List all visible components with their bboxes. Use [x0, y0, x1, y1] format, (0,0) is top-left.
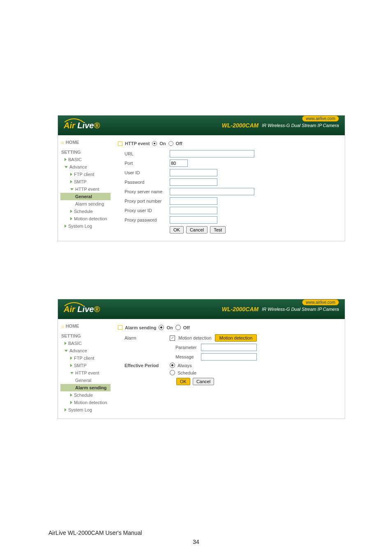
chevron-right-icon	[70, 217, 72, 220]
section-title: Alarm sending On Off	[118, 325, 340, 330]
nav-ftp[interactable]: FTP client	[60, 171, 111, 178]
nav-http-event[interactable]: HTTP event	[60, 369, 111, 377]
nav-syslog[interactable]: System Log	[60, 222, 111, 230]
label-message: Message	[175, 354, 201, 359]
chevron-right-icon	[70, 364, 72, 367]
ok-button[interactable]: OK	[176, 378, 190, 385]
radio-schedule[interactable]	[170, 370, 175, 375]
chevron-right-icon	[65, 158, 67, 161]
label-proxy-password: Proxy password	[125, 217, 170, 222]
radio-off[interactable]	[175, 325, 181, 330]
chevron-down-icon	[70, 372, 74, 374]
label-proxy-user: Proxy user ID	[125, 208, 170, 213]
label-effective-period: Effective Period	[125, 363, 170, 368]
nav-syslog[interactable]: System Log	[60, 406, 111, 414]
label-parameter: Parameter	[175, 345, 201, 350]
nav-home[interactable]: ⌂ HOME	[60, 322, 111, 330]
input-userid[interactable]	[170, 169, 217, 176]
chevron-down-icon	[70, 188, 74, 190]
nav-basic[interactable]: BASIC	[60, 156, 111, 163]
square-icon	[118, 141, 122, 146]
tagline: IR Wireless-G Dual Stream IP Camera	[262, 307, 339, 312]
model-label: WL-2000CAM	[222, 122, 258, 129]
nav-setting-head: SETTING	[60, 148, 111, 156]
input-proxy-user[interactable]	[170, 207, 217, 214]
tagline: IR Wireless-G Dual Stream IP Camera	[262, 123, 339, 128]
input-proxy-port[interactable]	[170, 197, 217, 205]
label-proxy-port: Proxy port number	[125, 199, 170, 204]
nav-advance[interactable]: Advance	[60, 347, 111, 354]
square-icon	[118, 325, 122, 330]
chevron-right-icon	[70, 356, 72, 360]
nav-smtp[interactable]: SMTP	[60, 178, 111, 185]
home-icon: ⌂	[61, 140, 64, 145]
sidebar: ⌂ HOME SETTING BASIC Advance FTP client …	[58, 319, 113, 419]
chevron-right-icon	[65, 224, 67, 228]
nav-setting-head: SETTING	[60, 332, 111, 340]
label-url: URL	[125, 151, 170, 156]
chevron-right-icon	[70, 180, 72, 183]
content-http-event: HTTP event On Off URL Port User ID Passw…	[113, 135, 345, 241]
logo-arc-icon	[64, 117, 84, 123]
chevron-down-icon	[65, 166, 68, 168]
footer-text: AirLive WL-2000CAM User's Manual	[48, 530, 142, 536]
section-title: HTTP event On Off	[118, 141, 340, 146]
chevron-right-icon	[70, 210, 72, 213]
nav-alarm-sending[interactable]: Alarm sending	[60, 200, 111, 208]
chevron-right-icon	[70, 173, 72, 176]
nav-http-event[interactable]: HTTP event	[60, 185, 111, 193]
nav-schedule[interactable]: Schedule	[60, 208, 111, 215]
home-icon: ⌂	[61, 324, 64, 328]
motion-detection-label: Motion detection	[178, 335, 212, 340]
input-proxy-password[interactable]	[170, 216, 217, 224]
url-badge: www.airlive.com	[302, 116, 339, 122]
radio-on[interactable]	[159, 325, 164, 330]
url-badge: www.airlive.com	[302, 299, 339, 305]
page-number: 34	[0, 539, 392, 545]
label-proxy-server: Proxy server name	[125, 189, 170, 194]
chevron-right-icon	[70, 393, 72, 397]
input-proxy-server[interactable]	[170, 188, 254, 195]
checkbox-motion[interactable]: ✓	[170, 335, 175, 341]
chevron-right-icon	[65, 408, 67, 412]
input-parameter[interactable]	[201, 344, 257, 351]
nav-smtp[interactable]: SMTP	[60, 362, 111, 369]
input-message[interactable]	[201, 353, 257, 361]
cancel-button[interactable]: Cancel	[186, 226, 208, 234]
sidebar: ⌂ HOME SETTING BASIC Advance FTP client …	[58, 135, 113, 241]
chevron-right-icon	[65, 342, 67, 345]
logo-arc-icon	[64, 301, 84, 307]
nav-general[interactable]: General	[60, 377, 111, 384]
radio-always[interactable]	[170, 363, 175, 368]
input-url[interactable]	[170, 150, 254, 157]
label-port: Port	[125, 161, 170, 166]
label-alarm: Alarm	[125, 335, 170, 340]
cancel-button[interactable]: Cancel	[193, 378, 214, 385]
input-port[interactable]	[170, 160, 188, 167]
label-userid: User ID	[125, 170, 170, 175]
radio-on[interactable]	[152, 141, 157, 146]
nav-home[interactable]: ⌂ HOME	[60, 139, 111, 146]
content-alarm-sending: Alarm sending On Off Alarm ✓ Motion dete…	[113, 319, 345, 419]
model-label: WL-2000CAM	[222, 306, 258, 312]
nav-schedule[interactable]: Schedule	[60, 391, 111, 399]
nav-motion[interactable]: Motion detection	[60, 215, 111, 222]
chevron-down-icon	[65, 350, 68, 352]
nav-ftp[interactable]: FTP client	[60, 354, 111, 362]
screenshot-alarm-sending: Air Live® www.airlive.com WL-2000CAM IR …	[58, 299, 345, 419]
nav-alarm-sending[interactable]: Alarm sending	[60, 384, 111, 391]
nav-advance[interactable]: Advance	[60, 163, 111, 171]
nav-motion[interactable]: Motion detection	[60, 399, 111, 406]
motion-detection-button[interactable]: Motion detection	[215, 334, 257, 342]
nav-general[interactable]: General	[60, 193, 111, 200]
radio-off[interactable]	[168, 141, 173, 146]
ok-button[interactable]: OK	[170, 226, 184, 234]
nav-basic[interactable]: BASIC	[60, 340, 111, 347]
test-button[interactable]: Test	[210, 226, 226, 234]
screenshot-http-event: Air Live® www.airlive.com WL-2000CAM IR …	[58, 115, 345, 241]
panel-header: Air Live® www.airlive.com WL-2000CAM IR …	[58, 116, 345, 135]
chevron-right-icon	[70, 401, 72, 404]
panel-header: Air Live® www.airlive.com WL-2000CAM IR …	[58, 299, 345, 319]
input-password[interactable]	[170, 178, 217, 186]
label-password: Password	[125, 180, 170, 185]
